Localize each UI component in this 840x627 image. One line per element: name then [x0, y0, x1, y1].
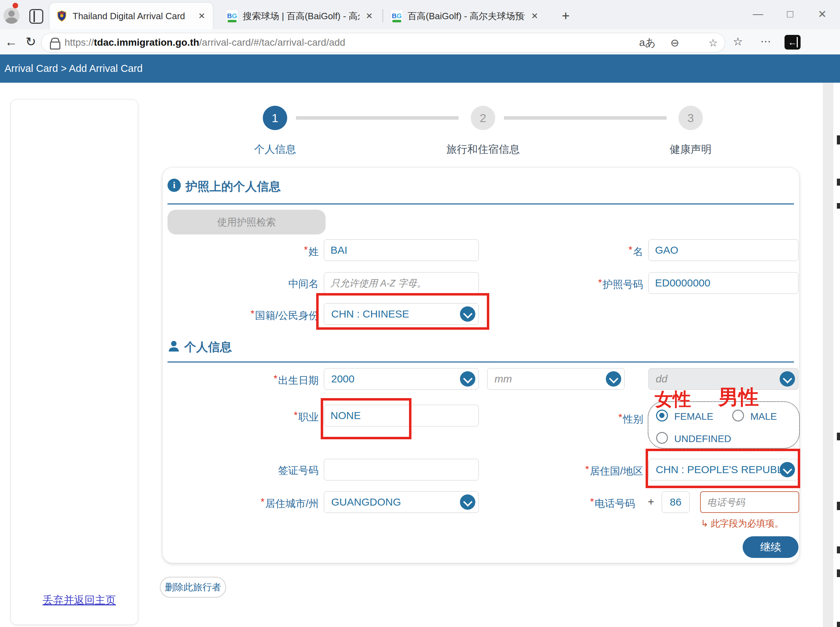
clipped-edge-fragment: [837, 502, 840, 510]
clipped-edge-fragment: [837, 622, 840, 627]
required-mark: *: [618, 412, 622, 422]
family-name-input[interactable]: [324, 239, 479, 261]
required-mark: *: [294, 410, 298, 421]
required-mark: *: [304, 244, 308, 255]
back-button[interactable]: ←: [2, 32, 20, 52]
tab-close-icon[interactable]: ✕: [530, 11, 539, 21]
phone-code-field: [662, 491, 690, 513]
tab-close-icon[interactable]: ✕: [364, 11, 374, 21]
first-name-label: *名: [531, 244, 643, 259]
refresh-button[interactable]: ↻: [22, 32, 40, 52]
tab-baigolf-booking[interactable]: BG 百高(BaiGolf) - 高尔夫球场预订,高 ✕: [385, 3, 546, 29]
middle-name-field: [324, 272, 479, 294]
phone-code-input[interactable]: [662, 491, 690, 513]
baigolf-favicon-icon: BG: [391, 10, 403, 22]
tab-title: 搜索球场 | 百高(BaiGolf) - 高尔夫: [243, 10, 359, 22]
residence-city-label: *居住城市/州: [207, 496, 318, 511]
required-mark: *: [598, 277, 602, 288]
tab-actions-icon[interactable]: [29, 9, 43, 24]
passport-section-title: 护照上的个人信息: [186, 179, 281, 195]
sidebar-toggle-icon[interactable]: ←: [785, 35, 801, 50]
browser-window: Thailand Digital Arrival Card ✕ BG 搜索球场 …: [0, 0, 840, 627]
minimize-button[interactable]: —: [747, 5, 769, 23]
annotation-female-text: 女性: [655, 387, 691, 412]
gender-undefined-radio[interactable]: [656, 432, 668, 444]
gender-label: *性别: [531, 412, 643, 426]
residence-city-value: GUANGDONG: [331, 496, 401, 508]
passport-search-button[interactable]: 使用护照检索: [167, 210, 326, 235]
chevron-down-icon[interactable]: [780, 371, 795, 387]
step-2-label: 旅行和住宿信息: [410, 142, 556, 157]
step-connector: [504, 116, 667, 120]
url-text: https://tdac.immigration.go.th/arrival-c…: [65, 37, 625, 48]
step-3-circle: 3: [678, 106, 703, 130]
step-1-label: 个人信息: [202, 142, 348, 157]
first-name-input[interactable]: [648, 239, 799, 261]
clipped-edge-fragment: [837, 203, 840, 209]
passport-no-input[interactable]: [648, 272, 799, 294]
close-window-button[interactable]: ✕: [812, 5, 833, 23]
error-arrow-icon: ↳: [701, 518, 708, 529]
translate-icon[interactable]: aあ: [639, 36, 656, 50]
tab-close-icon[interactable]: ✕: [197, 11, 206, 21]
required-mark: *: [261, 496, 265, 507]
tab-baigolf-search[interactable]: BG 搜索球场 | 百高(BaiGolf) - 高尔夫 ✕: [220, 3, 380, 29]
chevron-down-icon[interactable]: [606, 371, 621, 387]
passport-no-field: [648, 272, 799, 294]
clipped-edge-fragment: [837, 547, 840, 553]
page-header: Arrival Card > Add Arrival Card: [0, 54, 840, 83]
middle-name-input[interactable]: [324, 272, 479, 294]
profile-avatar[interactable]: [3, 8, 19, 24]
required-mark: *: [629, 244, 632, 255]
visa-no-field: [324, 459, 479, 480]
birth-month-select[interactable]: mm: [487, 368, 625, 390]
residence-city-select[interactable]: GUANGDONG: [324, 491, 479, 513]
tab-tdac[interactable]: Thailand Digital Arrival Card ✕: [50, 3, 213, 29]
step-2-circle: 2: [471, 106, 495, 130]
section-divider: [167, 203, 794, 205]
avatar-person-icon: [6, 17, 17, 24]
chevron-down-icon[interactable]: [460, 371, 475, 387]
annotation-box-occupation: [321, 398, 411, 439]
page-scrollbar[interactable]: [823, 83, 834, 627]
step-3-label: 健康声明: [617, 142, 764, 157]
zoom-out-icon[interactable]: ⊖: [670, 37, 679, 49]
favorite-star-icon[interactable]: ☆: [708, 37, 718, 49]
step-1-circle: 1: [263, 106, 287, 130]
lock-icon: [50, 37, 58, 48]
gender-male-radio[interactable]: [732, 410, 744, 422]
maximize-button[interactable]: □: [780, 5, 801, 23]
section-divider: [167, 361, 794, 362]
annotation-box-nationality: [316, 293, 489, 330]
chevron-down-icon[interactable]: [460, 495, 475, 510]
family-name-field: [324, 239, 479, 261]
url-path: /arrival-card/#/tac/arrival-card/add: [199, 37, 345, 48]
birth-date-label: *出生日期: [207, 373, 318, 388]
tab-separator: [383, 9, 383, 22]
visa-no-input[interactable]: [324, 459, 479, 480]
clipped-edge-fragment: [837, 179, 840, 186]
phone-number-input[interactable]: [700, 491, 799, 513]
occupation-label: *职业: [207, 410, 318, 424]
nationality-label: *国籍/公民身份: [207, 308, 318, 323]
family-name-label: *姓: [207, 244, 318, 259]
first-name-field: [648, 239, 799, 261]
gender-undefined-label[interactable]: UNDEFINED: [674, 433, 731, 444]
url-scheme: https://: [65, 37, 94, 48]
birth-year-select[interactable]: 2000: [324, 368, 479, 390]
clipped-edge-fragment: [837, 569, 840, 577]
required-mark: *: [590, 496, 594, 507]
phone-plus-sign: +: [648, 495, 654, 508]
tab-title: Thailand Digital Arrival Card: [72, 11, 192, 22]
gender-male-label[interactable]: MALE: [750, 411, 777, 422]
gender-female-label[interactable]: FEMALE: [674, 411, 713, 422]
discard-return-home-link[interactable]: 丢弃并返回主页: [43, 593, 116, 608]
delete-traveler-button[interactable]: 删除此旅行者: [160, 577, 226, 598]
continue-button[interactable]: 继续: [742, 536, 799, 558]
annotation-male-text: 男性: [718, 384, 759, 411]
address-bar[interactable]: https://tdac.immigration.go.th/arrival-c…: [41, 33, 725, 52]
clipped-edge-fragment: [837, 433, 840, 440]
phone-required-error: ↳ 此字段为必填项。: [701, 517, 783, 530]
new-tab-button[interactable]: +: [558, 8, 574, 24]
more-menu-icon[interactable]: …: [760, 32, 771, 45]
